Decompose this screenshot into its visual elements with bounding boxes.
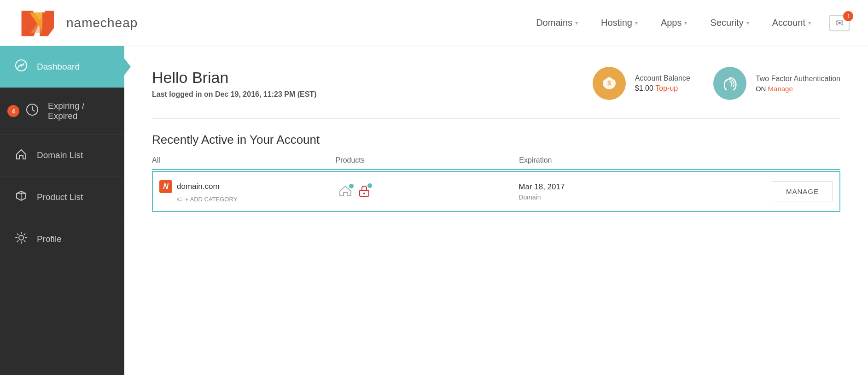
account-balance-label: Account Balance: [635, 74, 690, 82]
hosting-product-icon-wrap: [339, 185, 352, 199]
logo-area: namecheap: [18, 8, 138, 38]
add-category-label: + ADD CATEGORY: [185, 196, 237, 203]
domain-name-row: N domain.com: [159, 180, 339, 193]
sidebar-item-domain-list[interactable]: Domain List: [0, 135, 124, 176]
col-products-header: Products: [336, 156, 519, 164]
table-header: All Products Expiration: [152, 156, 840, 170]
security-caret-icon: ▾: [746, 20, 749, 26]
logo-text: namecheap: [66, 16, 138, 30]
account-balance-value: $1.00 Top-up: [635, 84, 690, 93]
main-nav: Domains ▾ Hosting ▾ Apps ▾ Security ▾ Ac…: [527, 13, 820, 33]
two-factor-manage-link[interactable]: Manage: [768, 85, 793, 93]
col-all-header: All: [152, 156, 336, 164]
sidebar-dashboard-label: Dashboard: [37, 62, 80, 72]
sidebar-domain-list-label: Domain List: [37, 150, 83, 160]
ssl-status-dot: [367, 183, 372, 188]
profile-icon: [14, 231, 29, 247]
domain-favicon: N: [159, 180, 172, 193]
section-divider: [152, 118, 840, 119]
manage-button[interactable]: MANAGE: [772, 182, 833, 201]
main-layout: Dashboard 4 Expiring / Expired Dom: [0, 46, 868, 375]
last-login-text: Last logged in on Dec 19, 2016, 11:23 PM…: [152, 90, 316, 99]
ssl-product-icon-wrap: [358, 184, 370, 199]
section-title: Recently Active in Your Account: [152, 133, 840, 147]
two-factor-info: Two Factor Authentication ON Manage: [756, 75, 840, 93]
dashboard-icon: [14, 59, 29, 75]
topup-link[interactable]: Top-up: [655, 84, 678, 92]
expiring-badge: 4: [7, 105, 19, 117]
expiration-type: Domain: [518, 193, 698, 201]
mail-icon-button[interactable]: ✉ !: [829, 15, 850, 31]
hosting-caret-icon: ▾: [635, 20, 638, 26]
domains-caret-icon: ▾: [575, 20, 578, 26]
col-action-header: [703, 156, 840, 164]
expiration-date: Mar 18, 2017: [518, 182, 698, 192]
sidebar-item-dashboard[interactable]: Dashboard: [0, 46, 124, 88]
two-factor-icon: [713, 67, 746, 100]
expiring-icon: [25, 103, 40, 119]
top-nav: namecheap Domains ▾ Hosting ▾ Apps ▾ Sec…: [0, 0, 868, 46]
account-balance-widget: $ Account Balance $1.00 Top-up: [593, 67, 690, 100]
two-factor-widget: Two Factor Authentication ON Manage: [713, 67, 840, 100]
domain-list-icon: [14, 147, 29, 163]
account-balance-info: Account Balance $1.00 Top-up: [635, 74, 690, 93]
svg-line-5: [32, 110, 35, 111]
account-balance-icon: $: [593, 67, 626, 100]
nav-apps[interactable]: Apps ▾: [652, 13, 697, 33]
svg-point-2: [20, 64, 23, 67]
greeting-title: Hello Brian: [152, 69, 316, 87]
hello-text: Hello Brian Last logged in on Dec 19, 20…: [152, 69, 316, 99]
domain-favicon-letter: N: [163, 182, 169, 191]
sidebar-product-list-label: Product List: [37, 192, 83, 202]
svg-point-8: [19, 235, 23, 240]
nav-account[interactable]: Account ▾: [763, 13, 820, 33]
domain-cell: N domain.com 🏷 + ADD CATEGORY: [159, 180, 339, 203]
sidebar-item-expiring[interactable]: 4 Expiring / Expired: [0, 88, 124, 135]
hello-section: Hello Brian Last logged in on Dec 19, 20…: [152, 67, 840, 100]
sidebar-profile-label: Profile: [37, 234, 62, 244]
apps-caret-icon: ▾: [684, 20, 687, 26]
products-cell: [339, 184, 518, 199]
product-list-icon: [14, 189, 29, 205]
add-category-button[interactable]: 🏷 + ADD CATEGORY: [177, 196, 339, 203]
two-factor-label: Two Factor Authentication: [756, 75, 840, 83]
sidebar: Dashboard 4 Expiring / Expired Dom: [0, 46, 124, 375]
two-factor-status: ON Manage: [756, 85, 840, 93]
svg-point-11: [363, 193, 365, 194]
manage-cell: MANAGE: [698, 182, 833, 201]
logo-icon: [18, 8, 60, 38]
nav-domains[interactable]: Domains ▾: [527, 13, 587, 33]
tag-icon: 🏷: [177, 196, 183, 203]
expiration-cell: Mar 18, 2017 Domain: [518, 182, 698, 201]
sidebar-item-profile[interactable]: Profile: [0, 218, 124, 260]
fingerprint-icon: [721, 74, 739, 93]
hosting-status-dot: [349, 184, 354, 188]
svg-text:$: $: [607, 79, 611, 87]
col-expiration-header: Expiration: [519, 156, 703, 164]
account-caret-icon: ▾: [808, 20, 811, 26]
mail-notification-badge: !: [843, 11, 853, 21]
nav-hosting[interactable]: Hosting ▾: [592, 13, 647, 33]
main-content: Hello Brian Last logged in on Dec 19, 20…: [124, 46, 868, 375]
money-bag-icon: $: [600, 75, 618, 92]
table-row: N domain.com 🏷 + ADD CATEGORY: [152, 171, 840, 212]
nav-security[interactable]: Security ▾: [701, 13, 758, 33]
sidebar-expiring-label: Expiring / Expired: [48, 101, 111, 121]
sidebar-item-product-list[interactable]: Product List: [0, 176, 124, 218]
widgets-area: $ Account Balance $1.00 Top-up: [593, 67, 840, 100]
domain-name-text[interactable]: domain.com: [177, 182, 220, 191]
